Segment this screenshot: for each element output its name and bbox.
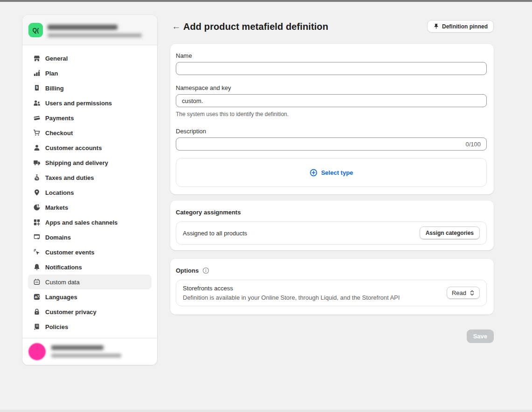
sidebar-item-label: Plan — [45, 70, 58, 77]
languages-icon: A — [33, 293, 41, 301]
description-field-group: Description 0/100 — [176, 128, 487, 151]
sidebar-item-billing[interactable]: $Billing — [28, 81, 152, 96]
sidebar-item-languages[interactable]: ALanguages — [28, 289, 152, 304]
sidebar-item-notifications[interactable]: Notifications — [28, 260, 152, 275]
users-icon — [33, 99, 41, 107]
options-card: Options Storefronts access Definition is… — [170, 259, 494, 315]
namespace-field-group: Namespace and key The system uses this t… — [176, 84, 487, 117]
sidebar-item-label: Notifications — [45, 264, 82, 271]
info-icon[interactable] — [202, 267, 209, 274]
sidebar-item-shipping-delivery[interactable]: Shipping and delivery — [28, 155, 152, 170]
sidebar-item-label: Billing — [45, 85, 64, 92]
lock-icon — [33, 308, 41, 316]
taxes-icon: % — [33, 174, 41, 182]
window-top-edge — [0, 0, 532, 2]
store-url-redacted — [48, 34, 142, 37]
storefronts-access-select[interactable]: Read — [447, 287, 480, 299]
sidebar-item-apps-sales-channels[interactable]: Apps and sales channels — [28, 215, 152, 230]
sidebar-item-customer-privacy[interactable]: Customer privacy — [28, 304, 152, 319]
storefronts-access-title: Storefronts access — [183, 285, 400, 292]
plan-icon — [33, 69, 41, 77]
sidebar-item-general[interactable]: General — [28, 51, 152, 66]
user-avatar — [28, 343, 46, 360]
sidebar-item-label: Customer accounts — [45, 144, 102, 151]
description-label: Description — [176, 128, 487, 135]
user-footer[interactable] — [22, 338, 157, 365]
sidebar-item-customer-accounts[interactable]: Customer accounts — [28, 140, 152, 155]
sidebar-item-label: Locations — [45, 189, 74, 196]
domains-icon — [33, 233, 41, 241]
description-input[interactable] — [182, 141, 465, 148]
options-title: Options — [176, 267, 199, 274]
sidebar-item-label: Custom data — [45, 279, 80, 286]
store-icon — [33, 55, 41, 62]
namespace-label: Namespace and key — [176, 84, 487, 91]
back-button[interactable]: ← — [170, 21, 182, 33]
svg-text:$: $ — [37, 204, 39, 207]
sidebar-item-label: Taxes and duties — [45, 174, 94, 181]
pinned-button-label: Definition pinned — [442, 23, 488, 30]
payments-icon — [33, 114, 41, 122]
user-name-redacted — [51, 345, 104, 350]
definition-form-card: Name Namespace and key The system uses t… — [170, 44, 494, 194]
description-input-wrap: 0/100 — [176, 137, 487, 151]
save-row: Save — [170, 330, 494, 343]
location-pin-icon — [33, 189, 41, 197]
sidebar-item-users-permissions[interactable]: Users and permissions — [28, 96, 152, 110]
pin-icon — [433, 23, 439, 29]
sidebar-item-locations[interactable]: Locations — [28, 185, 152, 200]
sidebar-item-label: Users and permissions — [45, 100, 112, 107]
name-input[interactable] — [176, 62, 487, 75]
store-avatar: Q( — [28, 23, 43, 37]
billing-icon: $ — [33, 84, 41, 92]
svg-text:A: A — [35, 295, 37, 299]
sidebar-item-plan[interactable]: Plan — [28, 66, 152, 81]
assign-categories-button[interactable]: Assign categories — [420, 227, 480, 240]
sidebar-item-label: Customer events — [45, 249, 94, 256]
category-assignments-title: Category assignments — [176, 209, 487, 216]
definition-pinned-button[interactable]: Definition pinned — [427, 20, 494, 33]
sidebar-item-checkout[interactable]: Checkout — [28, 125, 152, 140]
page-title: Add product metafield definition — [183, 21, 328, 32]
store-name-redacted — [48, 25, 117, 30]
bell-icon — [33, 263, 41, 271]
page-header: ← Add product metafield definition Defin… — [170, 20, 494, 34]
storefronts-access-value: Read — [452, 289, 466, 296]
sidebar-item-domains[interactable]: Domains — [28, 230, 152, 245]
apps-icon — [33, 219, 41, 227]
sidebar-item-label: Markets — [45, 204, 68, 211]
svg-text:$: $ — [35, 85, 38, 89]
sidebar-item-customer-events[interactable]: Customer events — [28, 245, 152, 260]
name-label: Name — [176, 52, 487, 59]
sidebar-item-custom-data[interactable]: Custom data — [28, 275, 152, 289]
storefronts-access-description: Definition is available in your Online S… — [183, 294, 400, 301]
main-content: ← Add product metafield definition Defin… — [170, 20, 494, 343]
sidebar-item-label: Apps and sales channels — [45, 219, 117, 226]
sidebar-item-label: Payments — [45, 115, 74, 122]
sidebar-item-label: Languages — [45, 294, 77, 301]
cart-icon — [33, 129, 41, 137]
truck-icon — [33, 159, 41, 167]
save-button[interactable]: Save — [467, 330, 494, 343]
sidebar-item-markets[interactable]: $Markets — [28, 200, 152, 215]
policies-icon — [33, 323, 41, 331]
sidebar-item-label: Checkout — [45, 130, 73, 137]
sidebar-item-payments[interactable]: Payments — [28, 110, 152, 125]
sidebar-item-policies[interactable]: Policies — [28, 319, 152, 334]
arrow-left-icon: ← — [172, 21, 181, 32]
sidebar-item-taxes-duties[interactable]: %Taxes and duties — [28, 170, 152, 185]
name-field-group: Name — [176, 52, 487, 75]
sidebar-item-label: Customer privacy — [45, 309, 97, 316]
settings-sidebar: Q( GeneralPlan$BillingUsers and permissi… — [22, 15, 157, 365]
category-status-text: Assigned to all products — [183, 230, 247, 237]
store-header[interactable]: Q( — [22, 15, 157, 45]
namespace-help-text: The system uses this to identify the def… — [176, 111, 487, 117]
svg-text:%: % — [35, 177, 38, 180]
sidebar-item-label: Policies — [45, 323, 68, 330]
markets-icon: $ — [33, 204, 41, 212]
description-char-counter: 0/100 — [465, 141, 481, 148]
chevron-up-down-icon — [470, 290, 475, 296]
namespace-input[interactable] — [176, 94, 487, 107]
custom-data-icon — [33, 278, 41, 286]
select-type-button[interactable]: Select type — [176, 158, 487, 187]
